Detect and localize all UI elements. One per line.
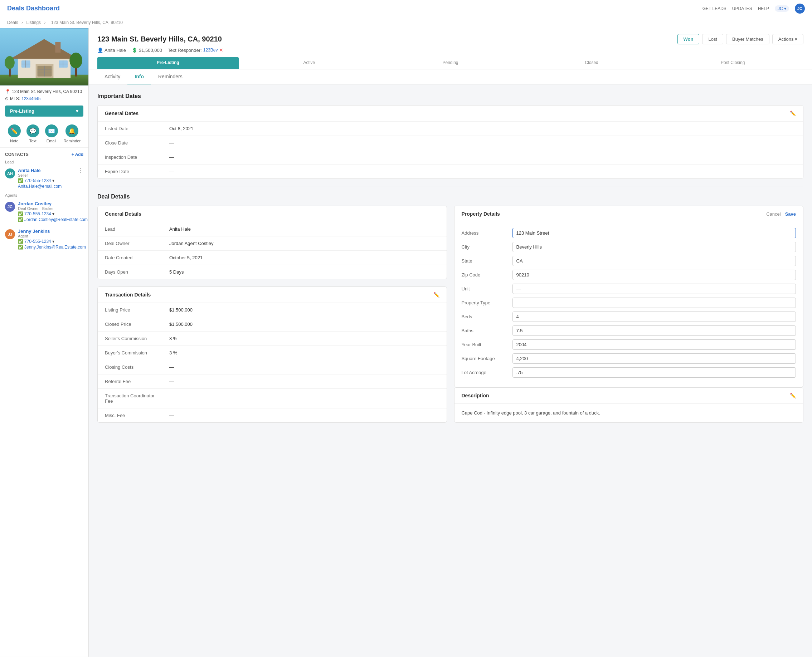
sidebar-address-section: 📍 123 Main St. Beverly Hills, CA 90210 (0, 86, 88, 95)
section-divider (97, 186, 803, 186)
address-input[interactable] (512, 228, 796, 238)
won-button[interactable]: Won (678, 34, 700, 44)
general-details-table: Lead Anita Hale Deal Owner Jordan Agent … (98, 222, 447, 279)
address-label: Address (462, 230, 508, 236)
table-row: Closing Costs — (98, 360, 447, 374)
agent-2-phone: ✅ 770-555-1234 ▾ (18, 239, 86, 244)
transaction-details-table: Listing Price $1,500,000 Closed Price $1… (98, 303, 447, 422)
get-leads-link[interactable]: GET LEADS (703, 6, 726, 11)
general-details-title: General Details (105, 211, 141, 217)
help-link[interactable]: HELP (758, 6, 769, 11)
chevron-down-icon: ▾ (76, 108, 78, 114)
year-built-field-row: Year Built (462, 339, 796, 350)
main-layout: 📍 123 Main St. Beverly Hills, CA 90210 ⊙… (0, 28, 812, 657)
cancel-button[interactable]: Cancel (766, 212, 781, 217)
save-button[interactable]: Save (785, 212, 796, 217)
breadcrumb-deals[interactable]: Deals (7, 20, 18, 25)
updates-link[interactable]: UPDATES (732, 6, 752, 11)
general-dates-header: General Dates ✏️ (98, 106, 803, 121)
property-type-input[interactable] (512, 297, 796, 308)
agent-2-name[interactable]: Jenny Jenkins (18, 229, 86, 234)
status-dropdown[interactable]: Pre-Listing ▾ (5, 106, 83, 117)
year-built-input[interactable] (512, 339, 796, 350)
reminder-action[interactable]: 🔔 Reminder (63, 125, 81, 143)
general-dates-title: General Dates (105, 111, 139, 116)
property-details-card: Property Details Cancel Save Address (454, 206, 804, 387)
main-content: Important Dates General Dates ✏️ Listed … (89, 84, 812, 439)
deal-lead: 👤 Anita Hale (97, 48, 126, 53)
stage-closed[interactable]: Closed (521, 57, 662, 69)
note-label: Note (10, 139, 18, 143)
text-responder-remove[interactable]: ✕ (219, 47, 223, 53)
breadcrumb: Deals › Listings › 123 Main St. Beverly … (0, 17, 812, 28)
tab-reminders[interactable]: Reminders (151, 69, 190, 84)
table-row: Transaction Coordinator Fee — (98, 389, 447, 408)
agent-1-name[interactable]: Jordan Costley (18, 201, 88, 206)
agent-1-avatar: JC (5, 202, 15, 212)
agent-2-contact: JJ Jenny Jenkins Agent ✅ 770-555-1234 ▾ … (5, 227, 83, 251)
mls-link[interactable]: 12344645 (22, 96, 41, 101)
unit-input[interactable] (512, 283, 796, 294)
top-nav-actions: GET LEADS UPDATES HELP JC ▾ JC (703, 3, 805, 14)
stage-post-closing[interactable]: Post Closing (662, 57, 803, 69)
deal-meta: 👤 Anita Hale 💲 $1,500,000 Text Responder… (97, 47, 803, 53)
text-responder-value: 123Bev (203, 48, 218, 53)
baths-field-row: Baths (462, 325, 796, 336)
lead-phone: ✅ 770-555-1234 ▾ (18, 178, 75, 183)
lead-phone-link[interactable]: 770-555-1234 (24, 178, 51, 183)
property-details-title: Property Details (462, 211, 500, 217)
general-dates-edit-icon[interactable]: ✏️ (790, 111, 796, 116)
description-edit-icon[interactable]: ✏️ (790, 393, 796, 399)
lead-role: Seller (18, 173, 75, 177)
table-row: Listing Price $1,500,000 (98, 303, 447, 317)
deal-details-layout: General Details Lead Anita Hale Deal Own… (97, 206, 803, 430)
agent-2-email-link[interactable]: ✅ Jenny.Jenkins@RealEstate.com (18, 244, 86, 250)
agent-1-info: Jordan Costley Deal Owner - Broker ✅ 770… (18, 201, 88, 222)
agent-1-email-link[interactable]: ✅ Jordan.Costley@RealEstate.com (18, 217, 88, 222)
contact-more-icon[interactable]: ⋮ (78, 168, 83, 173)
tab-info[interactable]: Info (127, 69, 151, 84)
lead-contact: AH Anita Hale Seller ✅ 770-555-1234 ▾ An… (5, 166, 83, 190)
table-row: Listed Date Oct 8, 2021 (98, 121, 803, 136)
lead-name[interactable]: Anita Hale (18, 168, 75, 173)
stage-pending[interactable]: Pending (380, 57, 521, 69)
deal-lead-name: Anita Hale (105, 48, 126, 53)
baths-label: Baths (462, 328, 508, 333)
agent-2-avatar: JJ (5, 229, 15, 239)
email-label: Email (47, 139, 56, 143)
zip-input[interactable] (512, 270, 796, 280)
breadcrumb-listings[interactable]: Listings (26, 20, 41, 25)
buyer-matches-button[interactable]: Buyer Matches (726, 34, 770, 44)
zip-field-row: Zip Code (462, 270, 796, 280)
lost-button[interactable]: Lost (702, 34, 723, 44)
add-contact-button[interactable]: + Add (72, 152, 83, 157)
city-input[interactable] (512, 242, 796, 252)
agent-2-phone-link[interactable]: 770-555-1234 (24, 239, 51, 244)
app-title: Deals Dashboard (7, 5, 60, 12)
user-badge[interactable]: JC ▾ (775, 5, 789, 12)
agent-1-phone-link[interactable]: 770-555-1234 (24, 212, 51, 216)
email-action[interactable]: ✉️ Email (45, 125, 58, 143)
general-dates-table: Listed Date Oct 8, 2021 Close Date — Ins… (98, 121, 803, 179)
text-action[interactable]: 💬 Text (27, 125, 39, 143)
note-action[interactable]: ✏️ Note (8, 125, 21, 143)
lot-acreage-input[interactable] (512, 367, 796, 378)
sqft-input[interactable] (512, 353, 796, 364)
tabs: Activity Info Reminders (89, 69, 812, 84)
contacts-section: CONTACTS + Add Lead AH Anita Hale Seller… (0, 148, 88, 255)
tab-activity[interactable]: Activity (97, 69, 127, 84)
state-input[interactable] (512, 256, 796, 266)
transaction-details-card: Transaction Details ✏️ Listing Price $1,… (97, 286, 447, 423)
stage-active[interactable]: Active (239, 57, 380, 69)
beds-input[interactable] (512, 311, 796, 322)
sqft-label: Square Footage (462, 356, 508, 361)
baths-input[interactable] (512, 325, 796, 336)
agent-1-phone: ✅ 770-555-1234 ▾ (18, 212, 88, 216)
agent-2-info: Jenny Jenkins Agent ✅ 770-555-1234 ▾ ✅ J… (18, 229, 86, 250)
user-avatar[interactable]: JC (795, 3, 805, 14)
description-header: Description ✏️ (454, 388, 803, 404)
transaction-edit-icon[interactable]: ✏️ (433, 292, 439, 297)
lead-email-link[interactable]: Anita.Hale@email.com (18, 184, 75, 189)
actions-button[interactable]: Actions ▾ (772, 34, 803, 44)
stage-pre-listing[interactable]: Pre-Listing (97, 57, 239, 69)
